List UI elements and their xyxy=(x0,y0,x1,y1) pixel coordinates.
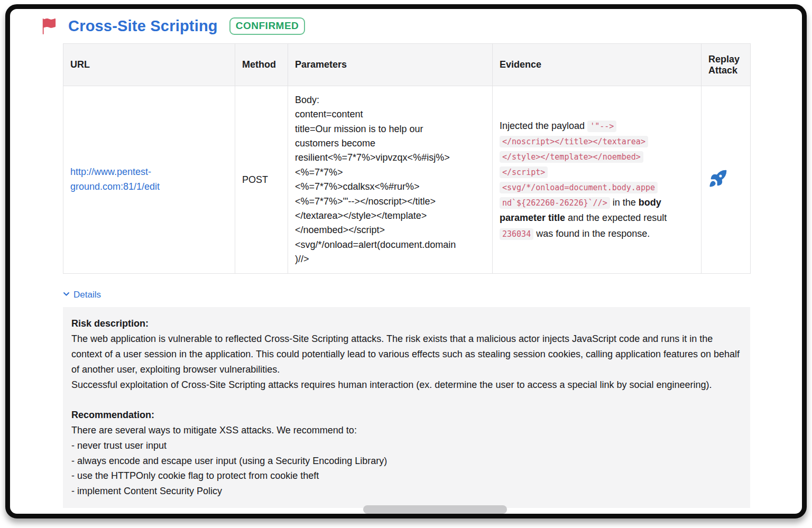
details-label: Details xyxy=(73,290,101,300)
evidence-cell: Injected the payload '"--> </noscript></… xyxy=(493,86,702,274)
risk-description-text: The web application is vulnerable to ref… xyxy=(71,331,742,392)
column-header-evidence: Evidence xyxy=(493,44,702,86)
risk-description-heading: Risk description: xyxy=(71,316,742,331)
column-header-method: Method xyxy=(235,44,288,86)
replay-attack-cell xyxy=(702,86,751,274)
chevron-down-icon xyxy=(63,290,70,300)
page-title: Cross-Site Scripting xyxy=(68,17,218,35)
table-header-row: URL Method Parameters Evidence Replay At… xyxy=(63,44,751,86)
column-header-parameters: Parameters xyxy=(288,44,493,86)
app-frame: Cross-Site Scripting CONFIRMED URL Metho… xyxy=(5,4,807,518)
findings-table: URL Method Parameters Evidence Replay At… xyxy=(63,43,751,274)
url-link[interactable]: http://www.pentest-ground.com:81/1/edit xyxy=(70,166,160,192)
rocket-icon xyxy=(708,182,727,190)
details-panel: Risk description: The web application is… xyxy=(63,307,750,508)
payload-code-chip: '"--> </noscript></title></textarea> </s… xyxy=(500,121,658,209)
evidence-text: Injected the payload '"--> </noscript></… xyxy=(500,118,694,242)
parameters-cell: Body: content=content title=Our mission … xyxy=(288,86,493,274)
parameters-text: Body: content=content title=Our mission … xyxy=(295,93,485,266)
recommendation-heading: Recommendation: xyxy=(71,407,742,423)
evidence-mid1: in the xyxy=(610,197,639,208)
evidence-outro: was found in the response. xyxy=(533,228,650,239)
result-code-chip: 236034 xyxy=(500,228,533,240)
url-cell: http://www.pentest-ground.com:81/1/edit xyxy=(63,86,235,274)
horizontal-scrollbar-thumb[interactable] xyxy=(363,505,507,514)
flag-icon xyxy=(41,18,57,34)
evidence-intro: Injected the payload xyxy=(500,121,587,131)
evidence-mid2: and the expected result xyxy=(565,212,667,223)
method-cell: POST xyxy=(235,86,288,274)
table-row: http://www.pentest-ground.com:81/1/edit … xyxy=(63,86,751,274)
column-header-url: URL xyxy=(63,44,235,86)
section-spacer xyxy=(71,392,742,407)
column-header-replay-attack: Replay Attack xyxy=(702,44,751,86)
recommendation-text: There are several ways to mitigate XSS a… xyxy=(71,423,742,499)
details-toggle[interactable]: Details xyxy=(63,290,101,300)
report-header: Cross-Site Scripting CONFIRMED xyxy=(41,17,802,35)
replay-attack-button[interactable] xyxy=(708,169,727,190)
status-badge: CONFIRMED xyxy=(229,17,306,35)
